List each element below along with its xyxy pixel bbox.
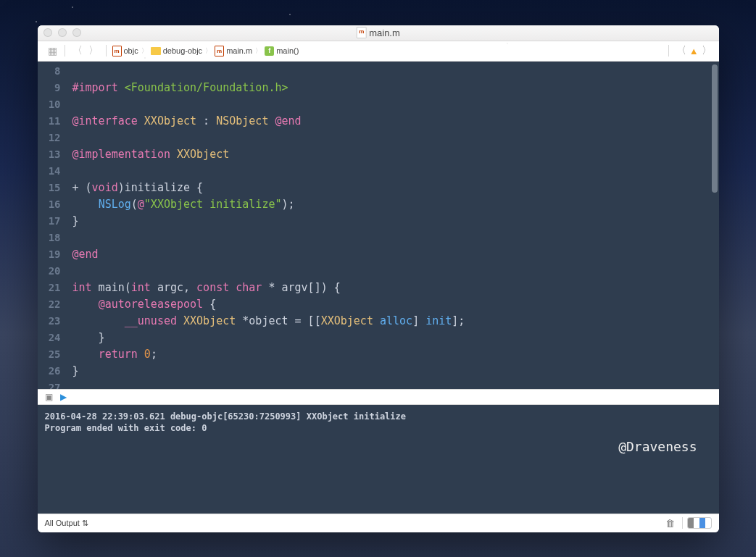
code-line[interactable]	[72, 96, 719, 113]
minimize-icon[interactable]	[58, 28, 67, 37]
code-content[interactable]: #import <Foundation/Foundation.h> @inter…	[67, 62, 719, 389]
code-line[interactable]: @interface XXObject : NSObject @end	[72, 113, 719, 130]
watermark: @Draveness	[618, 441, 697, 453]
code-line[interactable]: }	[72, 213, 719, 230]
line-number: 24	[38, 330, 61, 346]
line-number: 22	[38, 296, 61, 313]
window-title-text: main.m	[369, 28, 400, 38]
zoom-icon[interactable]	[72, 28, 81, 37]
line-number: 10	[38, 96, 61, 113]
line-number: 27	[38, 380, 61, 389]
code-line[interactable]: }	[72, 363, 719, 380]
console-text: 2016-04-28 22:39:03.621 debug-objc[65230…	[45, 411, 712, 434]
line-number: 21	[38, 280, 61, 296]
code-line[interactable]	[72, 230, 719, 246]
line-number: 18	[38, 230, 61, 246]
code-line[interactable]: __unused XXObject *object = [[XXObject a…	[72, 313, 719, 330]
code-line[interactable]: int main(int argc, const char * argv[]) …	[72, 280, 719, 296]
window-title: main.m	[356, 27, 400, 38]
line-number: 23	[38, 313, 61, 330]
file-icon	[356, 27, 366, 38]
code-line[interactable]: + (void)initialize {	[72, 180, 719, 196]
code-line[interactable]	[72, 263, 719, 280]
line-number: 9	[38, 80, 61, 96]
line-number-gutter: 89101112131415161718192021222324252627	[38, 62, 67, 389]
line-number: 17	[38, 213, 61, 230]
traffic-lights	[43, 28, 81, 37]
line-number: 8	[38, 63, 61, 80]
line-number: 14	[38, 163, 61, 180]
code-line[interactable]: NSLog(@"XXObject initialize");	[72, 196, 719, 213]
console-output[interactable]: 2016-04-28 22:39:03.621 debug-objc[65230…	[38, 405, 719, 514]
xcode-window: main.m ▦ 〈 〉 m objc 〉 debug-objc 〉 m mai…	[38, 25, 719, 532]
scrollbar-thumb[interactable]	[712, 64, 718, 193]
code-line[interactable]	[72, 63, 719, 80]
code-line[interactable]	[72, 130, 719, 146]
line-number: 16	[38, 196, 61, 213]
code-line[interactable]	[72, 163, 719, 180]
code-line[interactable]: return 0;	[72, 346, 719, 363]
line-number: 13	[38, 146, 61, 163]
line-number: 19	[38, 246, 61, 263]
scrollbar[interactable]	[712, 64, 718, 386]
code-line[interactable]: }	[72, 330, 719, 346]
line-number: 15	[38, 180, 61, 196]
line-number: 11	[38, 113, 61, 130]
line-number: 26	[38, 363, 61, 380]
line-number: 25	[38, 346, 61, 363]
code-line[interactable]: @end	[72, 246, 719, 263]
code-line[interactable]	[72, 380, 719, 389]
code-line[interactable]: @implementation XXObject	[72, 146, 719, 163]
window-titlebar[interactable]: main.m	[38, 25, 719, 41]
close-icon[interactable]	[43, 28, 52, 37]
code-line[interactable]: #import <Foundation/Foundation.h>	[72, 80, 719, 96]
line-number: 12	[38, 130, 61, 146]
code-editor[interactable]: 89101112131415161718192021222324252627 #…	[38, 62, 719, 389]
line-number: 20	[38, 263, 61, 280]
code-line[interactable]: @autoreleasepool {	[72, 296, 719, 313]
